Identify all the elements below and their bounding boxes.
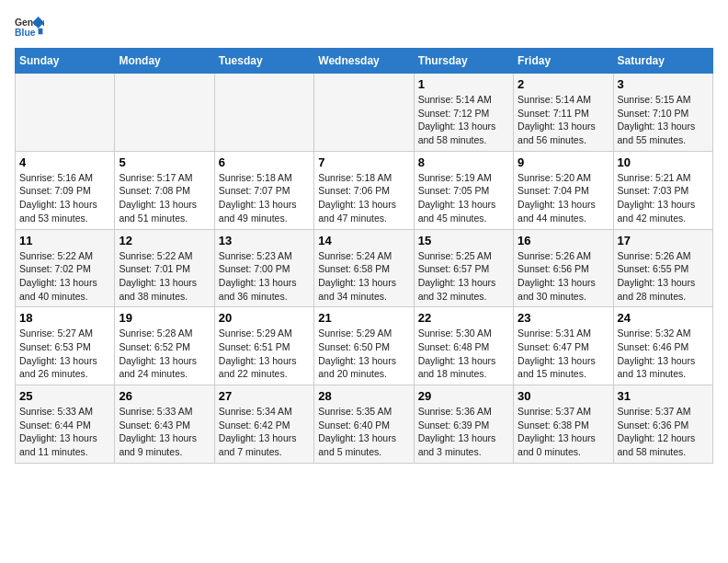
day-number: 26 <box>119 389 210 403</box>
day-cell: 26Sunrise: 5:33 AM Sunset: 6:43 PM Dayli… <box>115 385 214 464</box>
weekday-header-row: SundayMondayTuesdayWednesdayThursdayFrid… <box>16 49 713 74</box>
day-info: Sunrise: 5:31 AM Sunset: 6:47 PM Dayligh… <box>518 327 609 381</box>
weekday-header-thursday: Thursday <box>414 49 513 74</box>
day-number: 18 <box>19 311 110 325</box>
day-number: 23 <box>518 311 609 325</box>
weekday-header-wednesday: Wednesday <box>314 49 414 74</box>
day-number: 27 <box>219 389 310 403</box>
week-row-4: 18Sunrise: 5:27 AM Sunset: 6:53 PM Dayli… <box>16 307 713 385</box>
day-cell: 16Sunrise: 5:26 AM Sunset: 6:56 PM Dayli… <box>514 229 613 307</box>
day-number: 7 <box>318 155 409 169</box>
day-cell: 21Sunrise: 5:29 AM Sunset: 6:50 PM Dayli… <box>314 307 414 385</box>
day-number: 8 <box>418 155 509 169</box>
logo: General Blue <box>15 15 48 40</box>
day-info: Sunrise: 5:29 AM Sunset: 6:50 PM Dayligh… <box>318 327 409 381</box>
day-cell: 19Sunrise: 5:28 AM Sunset: 6:52 PM Dayli… <box>115 307 214 385</box>
logo-icon: General Blue <box>15 15 44 40</box>
day-info: Sunrise: 5:18 AM Sunset: 7:07 PM Dayligh… <box>219 171 310 225</box>
day-cell: 30Sunrise: 5:37 AM Sunset: 6:38 PM Dayli… <box>514 385 613 464</box>
day-info: Sunrise: 5:35 AM Sunset: 6:40 PM Dayligh… <box>318 405 409 459</box>
day-info: Sunrise: 5:22 AM Sunset: 7:01 PM Dayligh… <box>119 249 210 304</box>
day-number: 17 <box>618 234 709 247</box>
week-row-5: 25Sunrise: 5:33 AM Sunset: 6:44 PM Dayli… <box>16 385 713 464</box>
weekday-header-friday: Friday <box>514 49 613 74</box>
day-cell: 28Sunrise: 5:35 AM Sunset: 6:40 PM Dayli… <box>314 385 414 464</box>
day-cell: 7Sunrise: 5:18 AM Sunset: 7:06 PM Daylig… <box>314 151 414 229</box>
week-row-3: 11Sunrise: 5:22 AM Sunset: 7:02 PM Dayli… <box>16 229 713 307</box>
day-cell: 31Sunrise: 5:37 AM Sunset: 6:36 PM Dayli… <box>613 385 712 464</box>
week-row-2: 4Sunrise: 5:16 AM Sunset: 7:09 PM Daylig… <box>16 151 713 229</box>
day-number: 10 <box>618 155 709 169</box>
day-cell: 29Sunrise: 5:36 AM Sunset: 6:39 PM Dayli… <box>414 385 513 464</box>
day-number: 11 <box>19 234 110 247</box>
day-number: 21 <box>318 311 409 325</box>
day-cell: 25Sunrise: 5:33 AM Sunset: 6:44 PM Dayli… <box>16 385 115 464</box>
day-number: 19 <box>119 311 210 325</box>
day-cell: 6Sunrise: 5:18 AM Sunset: 7:07 PM Daylig… <box>214 151 313 229</box>
day-number: 25 <box>19 389 110 403</box>
calendar-body: 1Sunrise: 5:14 AM Sunset: 7:12 PM Daylig… <box>16 74 713 464</box>
day-number: 12 <box>119 234 210 247</box>
day-cell: 18Sunrise: 5:27 AM Sunset: 6:53 PM Dayli… <box>16 307 115 385</box>
day-info: Sunrise: 5:29 AM Sunset: 6:51 PM Dayligh… <box>219 327 310 381</box>
day-number: 28 <box>318 389 409 403</box>
day-info: Sunrise: 5:34 AM Sunset: 6:42 PM Dayligh… <box>219 405 310 459</box>
day-cell: 9Sunrise: 5:20 AM Sunset: 7:04 PM Daylig… <box>514 151 613 229</box>
day-number: 15 <box>418 234 509 247</box>
day-info: Sunrise: 5:27 AM Sunset: 6:53 PM Dayligh… <box>19 327 110 381</box>
day-cell: 4Sunrise: 5:16 AM Sunset: 7:09 PM Daylig… <box>16 151 115 229</box>
day-cell: 2Sunrise: 5:14 AM Sunset: 7:11 PM Daylig… <box>514 74 613 152</box>
day-cell: 13Sunrise: 5:23 AM Sunset: 7:00 PM Dayli… <box>214 229 313 307</box>
day-cell: 24Sunrise: 5:32 AM Sunset: 6:46 PM Dayli… <box>613 307 712 385</box>
day-info: Sunrise: 5:14 AM Sunset: 7:12 PM Dayligh… <box>418 93 509 147</box>
day-cell: 5Sunrise: 5:17 AM Sunset: 7:08 PM Daylig… <box>115 151 214 229</box>
day-cell <box>314 74 414 152</box>
day-info: Sunrise: 5:33 AM Sunset: 6:43 PM Dayligh… <box>119 405 210 459</box>
day-cell: 1Sunrise: 5:14 AM Sunset: 7:12 PM Daylig… <box>414 74 513 152</box>
day-info: Sunrise: 5:18 AM Sunset: 7:06 PM Dayligh… <box>318 171 409 225</box>
day-number: 24 <box>618 311 709 325</box>
day-info: Sunrise: 5:21 AM Sunset: 7:03 PM Dayligh… <box>618 171 709 225</box>
day-info: Sunrise: 5:19 AM Sunset: 7:05 PM Dayligh… <box>418 171 509 225</box>
day-info: Sunrise: 5:15 AM Sunset: 7:10 PM Dayligh… <box>618 93 709 147</box>
day-info: Sunrise: 5:33 AM Sunset: 6:44 PM Dayligh… <box>19 405 110 459</box>
day-cell: 10Sunrise: 5:21 AM Sunset: 7:03 PM Dayli… <box>613 151 712 229</box>
day-cell: 20Sunrise: 5:29 AM Sunset: 6:51 PM Dayli… <box>214 307 313 385</box>
day-info: Sunrise: 5:26 AM Sunset: 6:56 PM Dayligh… <box>518 249 609 304</box>
day-info: Sunrise: 5:14 AM Sunset: 7:11 PM Dayligh… <box>518 93 609 147</box>
weekday-header-monday: Monday <box>115 49 214 74</box>
day-cell: 3Sunrise: 5:15 AM Sunset: 7:10 PM Daylig… <box>613 74 712 152</box>
day-cell: 11Sunrise: 5:22 AM Sunset: 7:02 PM Dayli… <box>16 229 115 307</box>
day-info: Sunrise: 5:24 AM Sunset: 6:58 PM Dayligh… <box>318 249 409 304</box>
day-number: 4 <box>19 155 110 169</box>
day-info: Sunrise: 5:16 AM Sunset: 7:09 PM Dayligh… <box>19 171 110 225</box>
svg-text:Blue: Blue <box>15 28 36 38</box>
day-cell: 17Sunrise: 5:26 AM Sunset: 6:55 PM Dayli… <box>613 229 712 307</box>
day-cell: 23Sunrise: 5:31 AM Sunset: 6:47 PM Dayli… <box>514 307 613 385</box>
day-info: Sunrise: 5:22 AM Sunset: 7:02 PM Dayligh… <box>19 249 110 304</box>
day-cell: 8Sunrise: 5:19 AM Sunset: 7:05 PM Daylig… <box>414 151 513 229</box>
day-cell <box>115 74 214 152</box>
day-number: 14 <box>318 234 409 247</box>
day-info: Sunrise: 5:36 AM Sunset: 6:39 PM Dayligh… <box>418 405 509 459</box>
day-info: Sunrise: 5:23 AM Sunset: 7:00 PM Dayligh… <box>219 249 310 304</box>
day-number: 29 <box>418 389 509 403</box>
day-cell <box>214 74 313 152</box>
day-number: 5 <box>119 155 210 169</box>
weekday-header-saturday: Saturday <box>613 49 712 74</box>
day-cell <box>16 74 115 152</box>
day-cell: 22Sunrise: 5:30 AM Sunset: 6:48 PM Dayli… <box>414 307 513 385</box>
day-number: 3 <box>618 77 709 91</box>
day-number: 16 <box>518 234 609 247</box>
day-number: 1 <box>418 77 509 91</box>
weekday-header-tuesday: Tuesday <box>214 49 313 74</box>
calendar-table: SundayMondayTuesdayWednesdayThursdayFrid… <box>15 48 713 464</box>
day-info: Sunrise: 5:32 AM Sunset: 6:46 PM Dayligh… <box>618 327 709 381</box>
day-number: 2 <box>518 77 609 91</box>
day-info: Sunrise: 5:28 AM Sunset: 6:52 PM Dayligh… <box>119 327 210 381</box>
day-info: Sunrise: 5:26 AM Sunset: 6:55 PM Dayligh… <box>618 249 709 304</box>
week-row-1: 1Sunrise: 5:14 AM Sunset: 7:12 PM Daylig… <box>16 74 713 152</box>
day-number: 31 <box>618 389 709 403</box>
day-info: Sunrise: 5:25 AM Sunset: 6:57 PM Dayligh… <box>418 249 509 304</box>
day-info: Sunrise: 5:30 AM Sunset: 6:48 PM Dayligh… <box>418 327 509 381</box>
